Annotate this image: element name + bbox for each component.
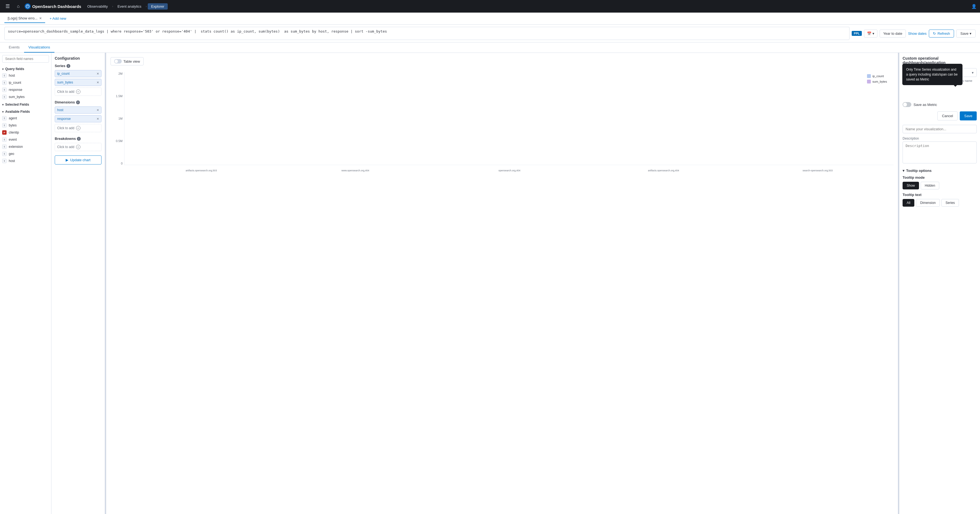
breakdowns-info-icon[interactable]: i: [77, 137, 81, 141]
save-action-button[interactable]: Save: [960, 111, 977, 121]
table-view-toggle[interactable]: Table view: [111, 57, 144, 65]
field-badge-extension: t: [2, 145, 6, 149]
series-label: Series: [55, 64, 65, 68]
mode-hidden-button[interactable]: Hidden: [921, 182, 939, 189]
name-field-group: [902, 125, 977, 133]
dimension-host-close[interactable]: ✕: [97, 108, 99, 112]
dimension-response-label: response: [57, 117, 71, 121]
tab-events[interactable]: Events: [5, 43, 24, 53]
field-geo[interactable]: t geo: [0, 150, 51, 158]
dimensions-click-to-add[interactable]: Click to add +: [55, 124, 102, 132]
home-button[interactable]: ⌂: [15, 3, 22, 10]
hamburger-button[interactable]: ☰: [3, 2, 12, 10]
selected-fields-header[interactable]: ▾ Selected Fields: [0, 100, 51, 108]
tab-visualizations[interactable]: Visualizations: [24, 43, 54, 53]
series-info-icon[interactable]: i: [67, 64, 70, 68]
text-all-button[interactable]: All: [902, 199, 914, 207]
series-sum-bytes-tag[interactable]: sum_bytes ✕: [55, 79, 102, 86]
breadcrumb-explorer[interactable]: Explorer: [148, 3, 167, 10]
tooltip-options-section: ▾ Tooltip options Tooltip mode Show Hidd…: [902, 169, 977, 207]
collapse-chevron-icon: ▾: [902, 169, 905, 173]
query-fields-header[interactable]: ▾ Query fields: [0, 65, 51, 72]
query-fields-chevron: ▾: [2, 68, 3, 71]
field-event[interactable]: t event: [0, 136, 51, 143]
available-fields-header[interactable]: ▾ Available Fields: [0, 108, 51, 115]
query-input[interactable]: [5, 27, 850, 40]
field-bytes[interactable]: t bytes: [0, 122, 51, 129]
tab-close-icon[interactable]: ✕: [39, 16, 42, 20]
ppl-badge[interactable]: PPL: [852, 31, 862, 36]
field-name-response: response: [9, 88, 22, 92]
save-button[interactable]: Save ▾: [956, 30, 975, 38]
mode-buttons: Show Hidden: [902, 182, 977, 189]
available-fields-label: Available Fields: [5, 110, 30, 114]
mode-show-button[interactable]: Show: [902, 182, 919, 189]
update-chart-button[interactable]: ▶ Update chart: [55, 156, 102, 164]
dimensions-title: Dimensions i: [55, 100, 102, 104]
selected-fields-label: Selected Fields: [5, 103, 29, 107]
field-badge-bytes: t: [2, 123, 6, 127]
dimension-response-tag[interactable]: response ✕: [55, 115, 102, 123]
right-panel: Custom operational dashboards/applicatio…: [899, 53, 980, 514]
text-series-button[interactable]: Series: [942, 199, 959, 207]
calendar-button[interactable]: 📅 ▾: [864, 30, 877, 38]
show-dates-button[interactable]: Show dates: [908, 32, 927, 36]
description-textarea[interactable]: [902, 142, 977, 163]
field-badge-t2: t: [2, 80, 6, 85]
tab-logs-show-errors[interactable]: [Logs] Show erro... ✕: [5, 14, 45, 23]
refresh-button[interactable]: ↻ Refresh: [929, 30, 954, 38]
dimension-response-close[interactable]: ✕: [97, 117, 99, 121]
field-ip-count[interactable]: t ip_count: [0, 79, 51, 86]
dashboard-selector-expand[interactable]: ▾: [972, 71, 974, 75]
content-tabs: Events Visualizations: [0, 43, 980, 53]
field-response[interactable]: t response: [0, 86, 51, 93]
name-input[interactable]: [902, 125, 977, 133]
series-ip-count-close[interactable]: ✕: [97, 72, 99, 76]
field-extension[interactable]: t extension: [0, 143, 51, 150]
tooltip-options-collapse[interactable]: ▾ Tooltip options: [902, 169, 977, 173]
toggle-knob: [115, 60, 118, 63]
dimensions-section: Dimensions i host ✕ response ✕ Click to …: [55, 100, 102, 132]
metric-toggle[interactable]: [902, 102, 911, 107]
series-sum-bytes-label: sum_bytes: [57, 80, 73, 84]
field-sum-bytes[interactable]: t sum_bytes: [0, 93, 51, 100]
field-name-bytes: bytes: [9, 123, 17, 127]
add-tab-button[interactable]: + Add new: [47, 15, 68, 22]
config-panel: Configuration Series i ip_count ✕ sum_by…: [51, 53, 105, 514]
x-label-5: search-opensearch.org,503: [742, 169, 894, 172]
y-label-2m: 2M: [118, 72, 123, 75]
user-avatar[interactable]: 👤: [971, 4, 977, 9]
breadcrumb-observability[interactable]: Observability: [84, 3, 111, 10]
field-host-avail[interactable]: t host: [0, 158, 51, 164]
calendar-chevron: ▾: [872, 32, 874, 36]
query-fields-label: Query fields: [5, 67, 24, 71]
y-label-05m: 0.5M: [116, 139, 123, 143]
cancel-button[interactable]: Cancel: [937, 111, 958, 121]
logo-icon: [25, 3, 31, 9]
chart-container: ip_count sum_bytes 2M 1.5M 1M 0.5M 0: [111, 72, 894, 176]
field-host[interactable]: t host: [0, 72, 51, 79]
text-dimension-button[interactable]: Dimension: [916, 199, 940, 207]
dimensions-info-icon[interactable]: i: [76, 100, 80, 104]
series-click-to-add[interactable]: Click to add +: [55, 88, 102, 96]
field-badge-agent: t: [2, 116, 6, 121]
y-label-1m: 1M: [118, 117, 123, 120]
series-ip-count-tag[interactable]: ip_count ✕: [55, 70, 102, 77]
breakdowns-click-to-add[interactable]: Click to add +: [55, 143, 102, 151]
save-chevron: ▾: [970, 32, 972, 36]
field-clientip[interactable]: IP clientip: [0, 129, 51, 136]
date-range-button[interactable]: Year to date: [880, 30, 906, 38]
field-name-host-avail: host: [9, 159, 15, 163]
search-field-input[interactable]: [2, 55, 49, 63]
description-field-group: Description: [902, 137, 977, 164]
field-agent[interactable]: t agent: [0, 115, 51, 122]
field-name-agent: agent: [9, 116, 17, 120]
config-title: Configuration: [55, 56, 102, 60]
series-section: Series i ip_count ✕ sum_bytes ✕ Click to…: [55, 64, 102, 96]
bars-area: [124, 72, 894, 165]
toggle-switch: [114, 59, 122, 64]
series-sum-bytes-close[interactable]: ✕: [97, 81, 99, 84]
breadcrumb-event-analytics[interactable]: Event analytics: [114, 3, 145, 10]
update-chart-icon: ▶: [66, 158, 68, 162]
dimension-host-tag[interactable]: host ✕: [55, 107, 102, 114]
